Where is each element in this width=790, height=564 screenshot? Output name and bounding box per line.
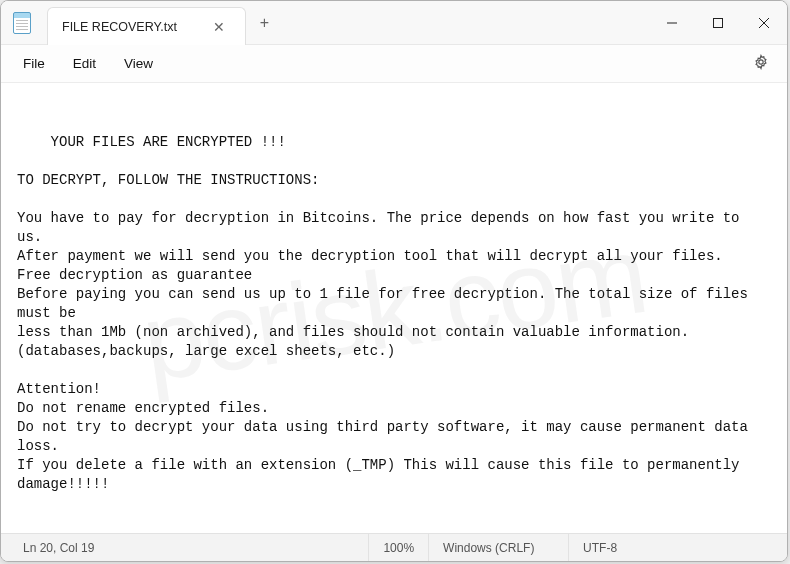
- document-tab[interactable]: FILE RECOVERY.txt ✕: [47, 7, 246, 45]
- maximize-button[interactable]: [695, 1, 741, 44]
- plus-icon: +: [260, 14, 269, 32]
- status-position: Ln 20, Col 19: [1, 534, 108, 561]
- new-tab-button[interactable]: +: [246, 1, 283, 44]
- menu-edit[interactable]: Edit: [59, 50, 110, 77]
- status-encoding: UTF-8: [568, 534, 668, 561]
- titlebar-spacer: [283, 1, 649, 44]
- window-controls: [649, 1, 787, 44]
- menu-file[interactable]: File: [9, 50, 59, 77]
- close-icon: [759, 18, 769, 28]
- svg-rect-1: [714, 18, 723, 27]
- minimize-icon: [667, 18, 677, 28]
- maximize-icon: [713, 18, 723, 28]
- document-text: YOUR FILES ARE ENCRYPTED !!! TO DECRYPT,…: [17, 134, 756, 533]
- minimize-button[interactable]: [649, 1, 695, 44]
- status-zoom[interactable]: 100%: [368, 534, 428, 561]
- close-tab-icon[interactable]: ✕: [207, 17, 231, 37]
- settings-button[interactable]: [743, 48, 779, 80]
- menubar: File Edit View: [1, 45, 787, 83]
- titlebar: FILE RECOVERY.txt ✕ +: [1, 1, 787, 45]
- notepad-window: FILE RECOVERY.txt ✕ + File Edit View: [0, 0, 788, 562]
- notepad-icon: [13, 12, 31, 34]
- close-window-button[interactable]: [741, 1, 787, 44]
- menu-view[interactable]: View: [110, 50, 167, 77]
- statusbar: Ln 20, Col 19 100% Windows (CRLF) UTF-8: [1, 533, 787, 561]
- gear-icon: [753, 54, 769, 70]
- status-line-ending: Windows (CRLF): [428, 534, 568, 561]
- tab-title: FILE RECOVERY.txt: [62, 20, 177, 34]
- app-icon: [1, 1, 43, 44]
- text-editor[interactable]: pcrisk.com YOUR FILES ARE ENCRYPTED !!! …: [1, 83, 787, 533]
